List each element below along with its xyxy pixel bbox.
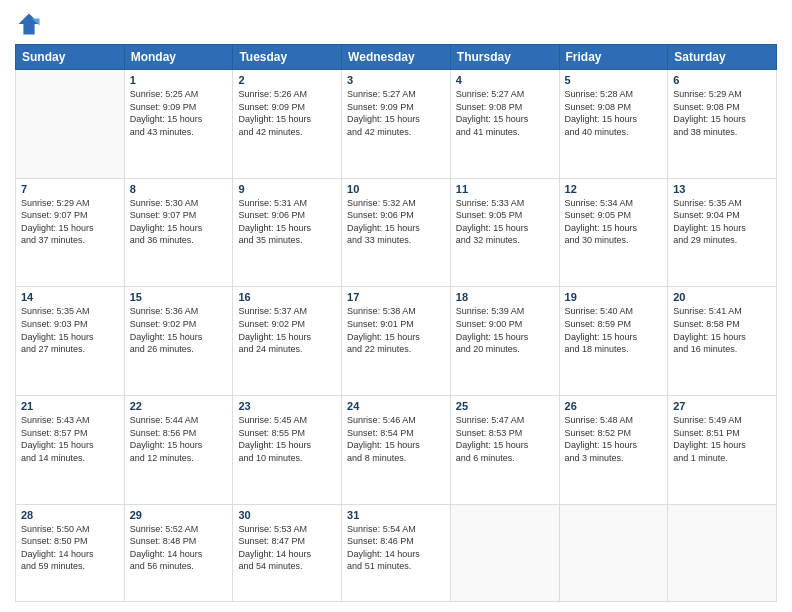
cell-content: Sunrise: 5:28 AM Sunset: 9:08 PM Dayligh…	[565, 88, 663, 138]
logo-icon	[15, 10, 43, 38]
cell-content: Sunrise: 5:27 AM Sunset: 9:08 PM Dayligh…	[456, 88, 554, 138]
calendar-week-2: 7Sunrise: 5:29 AM Sunset: 9:07 PM Daylig…	[16, 178, 777, 287]
calendar-cell: 9Sunrise: 5:31 AM Sunset: 9:06 PM Daylig…	[233, 178, 342, 287]
day-number: 13	[673, 183, 771, 195]
calendar-cell: 16Sunrise: 5:37 AM Sunset: 9:02 PM Dayli…	[233, 287, 342, 396]
day-number: 15	[130, 291, 228, 303]
calendar-cell	[668, 504, 777, 601]
day-number: 30	[238, 509, 336, 521]
logo	[15, 10, 47, 38]
calendar-cell: 29Sunrise: 5:52 AM Sunset: 8:48 PM Dayli…	[124, 504, 233, 601]
cell-content: Sunrise: 5:35 AM Sunset: 9:03 PM Dayligh…	[21, 305, 119, 355]
day-number: 16	[238, 291, 336, 303]
calendar-cell: 14Sunrise: 5:35 AM Sunset: 9:03 PM Dayli…	[16, 287, 125, 396]
cell-content: Sunrise: 5:33 AM Sunset: 9:05 PM Dayligh…	[456, 197, 554, 247]
cell-content: Sunrise: 5:38 AM Sunset: 9:01 PM Dayligh…	[347, 305, 445, 355]
day-number: 21	[21, 400, 119, 412]
cell-content: Sunrise: 5:34 AM Sunset: 9:05 PM Dayligh…	[565, 197, 663, 247]
calendar-cell: 10Sunrise: 5:32 AM Sunset: 9:06 PM Dayli…	[342, 178, 451, 287]
day-number: 5	[565, 74, 663, 86]
calendar-header-row: SundayMondayTuesdayWednesdayThursdayFrid…	[16, 45, 777, 70]
calendar-cell: 23Sunrise: 5:45 AM Sunset: 8:55 PM Dayli…	[233, 396, 342, 505]
cell-content: Sunrise: 5:46 AM Sunset: 8:54 PM Dayligh…	[347, 414, 445, 464]
calendar-cell: 26Sunrise: 5:48 AM Sunset: 8:52 PM Dayli…	[559, 396, 668, 505]
day-number: 27	[673, 400, 771, 412]
calendar-cell: 2Sunrise: 5:26 AM Sunset: 9:09 PM Daylig…	[233, 70, 342, 179]
day-number: 17	[347, 291, 445, 303]
cell-content: Sunrise: 5:29 AM Sunset: 9:07 PM Dayligh…	[21, 197, 119, 247]
calendar-week-1: 1Sunrise: 5:25 AM Sunset: 9:09 PM Daylig…	[16, 70, 777, 179]
day-number: 14	[21, 291, 119, 303]
day-number: 11	[456, 183, 554, 195]
cell-content: Sunrise: 5:35 AM Sunset: 9:04 PM Dayligh…	[673, 197, 771, 247]
calendar-cell: 24Sunrise: 5:46 AM Sunset: 8:54 PM Dayli…	[342, 396, 451, 505]
calendar-cell: 6Sunrise: 5:29 AM Sunset: 9:08 PM Daylig…	[668, 70, 777, 179]
calendar-cell: 17Sunrise: 5:38 AM Sunset: 9:01 PM Dayli…	[342, 287, 451, 396]
cell-content: Sunrise: 5:44 AM Sunset: 8:56 PM Dayligh…	[130, 414, 228, 464]
cell-content: Sunrise: 5:40 AM Sunset: 8:59 PM Dayligh…	[565, 305, 663, 355]
calendar-cell: 5Sunrise: 5:28 AM Sunset: 9:08 PM Daylig…	[559, 70, 668, 179]
calendar-cell: 22Sunrise: 5:44 AM Sunset: 8:56 PM Dayli…	[124, 396, 233, 505]
calendar-cell: 4Sunrise: 5:27 AM Sunset: 9:08 PM Daylig…	[450, 70, 559, 179]
calendar-cell	[450, 504, 559, 601]
calendar-header-tuesday: Tuesday	[233, 45, 342, 70]
calendar-header-wednesday: Wednesday	[342, 45, 451, 70]
cell-content: Sunrise: 5:26 AM Sunset: 9:09 PM Dayligh…	[238, 88, 336, 138]
cell-content: Sunrise: 5:53 AM Sunset: 8:47 PM Dayligh…	[238, 523, 336, 573]
day-number: 20	[673, 291, 771, 303]
cell-content: Sunrise: 5:49 AM Sunset: 8:51 PM Dayligh…	[673, 414, 771, 464]
day-number: 25	[456, 400, 554, 412]
calendar-cell: 15Sunrise: 5:36 AM Sunset: 9:02 PM Dayli…	[124, 287, 233, 396]
cell-content: Sunrise: 5:54 AM Sunset: 8:46 PM Dayligh…	[347, 523, 445, 573]
calendar-cell: 8Sunrise: 5:30 AM Sunset: 9:07 PM Daylig…	[124, 178, 233, 287]
calendar-cell	[559, 504, 668, 601]
cell-content: Sunrise: 5:37 AM Sunset: 9:02 PM Dayligh…	[238, 305, 336, 355]
day-number: 3	[347, 74, 445, 86]
day-number: 28	[21, 509, 119, 521]
cell-content: Sunrise: 5:50 AM Sunset: 8:50 PM Dayligh…	[21, 523, 119, 573]
day-number: 24	[347, 400, 445, 412]
calendar-cell: 7Sunrise: 5:29 AM Sunset: 9:07 PM Daylig…	[16, 178, 125, 287]
calendar-week-3: 14Sunrise: 5:35 AM Sunset: 9:03 PM Dayli…	[16, 287, 777, 396]
calendar-cell: 18Sunrise: 5:39 AM Sunset: 9:00 PM Dayli…	[450, 287, 559, 396]
calendar-cell: 3Sunrise: 5:27 AM Sunset: 9:09 PM Daylig…	[342, 70, 451, 179]
day-number: 19	[565, 291, 663, 303]
day-number: 12	[565, 183, 663, 195]
day-number: 2	[238, 74, 336, 86]
day-number: 23	[238, 400, 336, 412]
calendar-header-sunday: Sunday	[16, 45, 125, 70]
calendar-cell: 19Sunrise: 5:40 AM Sunset: 8:59 PM Dayli…	[559, 287, 668, 396]
cell-content: Sunrise: 5:48 AM Sunset: 8:52 PM Dayligh…	[565, 414, 663, 464]
day-number: 9	[238, 183, 336, 195]
calendar-week-4: 21Sunrise: 5:43 AM Sunset: 8:57 PM Dayli…	[16, 396, 777, 505]
cell-content: Sunrise: 5:36 AM Sunset: 9:02 PM Dayligh…	[130, 305, 228, 355]
calendar-cell: 20Sunrise: 5:41 AM Sunset: 8:58 PM Dayli…	[668, 287, 777, 396]
calendar-cell: 11Sunrise: 5:33 AM Sunset: 9:05 PM Dayli…	[450, 178, 559, 287]
header	[15, 10, 777, 38]
cell-content: Sunrise: 5:52 AM Sunset: 8:48 PM Dayligh…	[130, 523, 228, 573]
cell-content: Sunrise: 5:31 AM Sunset: 9:06 PM Dayligh…	[238, 197, 336, 247]
calendar-cell: 30Sunrise: 5:53 AM Sunset: 8:47 PM Dayli…	[233, 504, 342, 601]
day-number: 29	[130, 509, 228, 521]
cell-content: Sunrise: 5:30 AM Sunset: 9:07 PM Dayligh…	[130, 197, 228, 247]
day-number: 31	[347, 509, 445, 521]
calendar-header-monday: Monday	[124, 45, 233, 70]
cell-content: Sunrise: 5:25 AM Sunset: 9:09 PM Dayligh…	[130, 88, 228, 138]
cell-content: Sunrise: 5:47 AM Sunset: 8:53 PM Dayligh…	[456, 414, 554, 464]
day-number: 18	[456, 291, 554, 303]
cell-content: Sunrise: 5:39 AM Sunset: 9:00 PM Dayligh…	[456, 305, 554, 355]
day-number: 22	[130, 400, 228, 412]
day-number: 6	[673, 74, 771, 86]
calendar-header-saturday: Saturday	[668, 45, 777, 70]
day-number: 7	[21, 183, 119, 195]
cell-content: Sunrise: 5:32 AM Sunset: 9:06 PM Dayligh…	[347, 197, 445, 247]
calendar-cell: 12Sunrise: 5:34 AM Sunset: 9:05 PM Dayli…	[559, 178, 668, 287]
day-number: 10	[347, 183, 445, 195]
day-number: 26	[565, 400, 663, 412]
cell-content: Sunrise: 5:43 AM Sunset: 8:57 PM Dayligh…	[21, 414, 119, 464]
calendar-cell: 25Sunrise: 5:47 AM Sunset: 8:53 PM Dayli…	[450, 396, 559, 505]
cell-content: Sunrise: 5:45 AM Sunset: 8:55 PM Dayligh…	[238, 414, 336, 464]
calendar-cell: 1Sunrise: 5:25 AM Sunset: 9:09 PM Daylig…	[124, 70, 233, 179]
calendar-cell: 31Sunrise: 5:54 AM Sunset: 8:46 PM Dayli…	[342, 504, 451, 601]
cell-content: Sunrise: 5:41 AM Sunset: 8:58 PM Dayligh…	[673, 305, 771, 355]
